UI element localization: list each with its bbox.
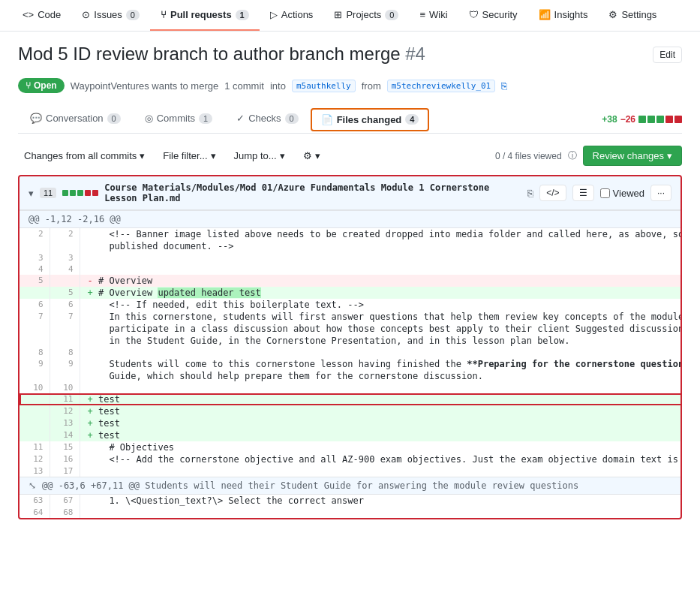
chevron-down-icon-3: ▾: [280, 150, 285, 161]
stat-block-add2: [647, 116, 655, 123]
actions-icon: ▷: [270, 9, 278, 20]
stat-block-add3: [656, 116, 664, 123]
viewed-checkbox-label[interactable]: Viewed: [600, 188, 644, 199]
insights-icon: 📶: [539, 9, 551, 20]
diff-row: 11 15 # Objectives: [20, 441, 680, 453]
edit-button[interactable]: Edit: [653, 47, 682, 63]
nav-projects[interactable]: ⊞ Projects 0: [323, 0, 409, 31]
diff-content: @@ -1,12 -2,16 @@ 2 2 <!-- Banner image …: [20, 210, 680, 518]
pr-title: Mod 5 ID review branch to author branch …: [18, 44, 425, 65]
del-block-2: [92, 190, 98, 196]
diff-row: 12 16 <!-- Add the cornerstone objective…: [20, 453, 680, 465]
diff-table-2: 63 67 1. \<Question_text?\> Select the c…: [20, 495, 680, 518]
stat-block-add1: [638, 116, 646, 123]
file-action-buttons: </> ☰ Viewed ···: [539, 185, 671, 201]
target-branch[interactable]: m5authkelly: [292, 80, 356, 92]
page-content: Mod 5 ID review branch to author branch …: [0, 32, 700, 543]
info-icon: ⓘ: [568, 149, 577, 162]
diff-row-deleted: 5 - # Overview: [20, 275, 680, 287]
diff-row: 3 3: [20, 252, 680, 263]
file-header: ▾ 11 Course Materials/Modules/Mod 01/Azu…: [20, 176, 680, 210]
diff-toolbar: Changes from all commits ▾ File filter..…: [18, 146, 682, 166]
conversation-icon: 💬: [30, 113, 42, 124]
diff-hunk-header-1: @@ -1,12 -2,16 @@: [20, 210, 680, 228]
checks-icon: ✓: [236, 113, 245, 124]
more-options-button[interactable]: ···: [650, 185, 671, 201]
add-block-3: [77, 190, 83, 196]
nav-security[interactable]: 🛡 Security: [458, 0, 528, 31]
diff-row: 10 10: [20, 382, 680, 393]
pr-icon: ⑂: [161, 9, 167, 20]
diff-row: published document. -->: [20, 240, 680, 252]
diff-row-added-12: 12 + test: [20, 405, 680, 417]
nav-code[interactable]: <> Code: [12, 0, 71, 31]
copy-path-icon[interactable]: ⎘: [527, 188, 533, 199]
diff-row: 63 67 1. \<Question_text?\> Select the c…: [20, 495, 680, 507]
top-navigation: <> Code ⊙ Issues 0 ⑂ Pull requests 1 ▷ A…: [0, 0, 700, 32]
chevron-down-icon-5: ▾: [667, 150, 672, 161]
diff-row-added-14: 14 + test: [20, 429, 680, 441]
file-diff-section: ▾ 11 Course Materials/Modules/Mod 01/Azu…: [18, 175, 682, 519]
diff-row: 8 8: [20, 347, 680, 358]
nav-issues[interactable]: ⊙ Issues 0: [71, 0, 150, 31]
diff-row: 2 2 <!-- Banner image listed above needs…: [20, 228, 680, 240]
diff-row: Guide, which should help prepare them fo…: [20, 370, 680, 382]
diff-stats: +38 −26: [602, 114, 682, 125]
nav-actions[interactable]: ▷ Actions: [260, 0, 324, 31]
files-changed-icon: 📄: [321, 114, 333, 125]
stat-block-del1: [665, 116, 673, 123]
diff-row-added-13: 13 + test: [20, 417, 680, 429]
tab-commits[interactable]: ◎ Commits 1: [133, 105, 224, 133]
line-count-badge: 11: [40, 188, 56, 198]
diff-row: in the Student Guide, in the Cornerstone…: [20, 335, 680, 347]
projects-icon: ⊞: [334, 9, 342, 20]
expand-icon[interactable]: ▾: [29, 188, 34, 199]
tab-conversation[interactable]: 💬 Conversation 0: [18, 105, 133, 133]
diff-row: 13 17: [20, 465, 680, 477]
diff-row: 6 6 <!-- If needed, edit this boilerplat…: [20, 299, 680, 311]
add-block-2: [70, 190, 76, 196]
code-icon: <>: [23, 9, 34, 20]
diff-row: participate in a class discussion about …: [20, 323, 680, 335]
chevron-down-icon: ▾: [140, 150, 145, 161]
wiki-icon: ≡: [419, 9, 425, 20]
file-path: Course Materials/Modules/Mod 01/Azure Fu…: [104, 182, 521, 203]
code-view-button[interactable]: </>: [539, 185, 566, 201]
stat-block-del2: [674, 116, 682, 123]
changes-from-filter[interactable]: Changes from all commits ▾: [18, 147, 151, 164]
diff-row: 9 9 Students will come to this cornersto…: [20, 358, 680, 370]
pr-open-icon: ⑂: [26, 80, 31, 91]
settings-icon: ⚙: [608, 9, 617, 20]
diff-table: 2 2 <!-- Banner image listed above needs…: [20, 228, 680, 477]
sub-tabs: 💬 Conversation 0 ◎ Commits 1 ✓ Checks 0 …: [18, 105, 682, 134]
jump-to[interactable]: Jump to... ▾: [228, 147, 291, 164]
nav-wiki[interactable]: ≡ Wiki: [409, 0, 458, 31]
tab-files-changed[interactable]: 📄 Files changed 4: [311, 108, 430, 131]
pr-meta: ⑂ Open WaypointVentures wants to merge 1…: [18, 78, 682, 93]
security-icon: 🛡: [469, 9, 479, 20]
diff-row: 7 7 In this cornerstone, students will f…: [20, 311, 680, 323]
chevron-down-icon-4: ▾: [315, 150, 320, 161]
issues-icon: ⊙: [82, 9, 90, 20]
gear-icon: ⚙: [303, 150, 312, 161]
file-diff-blocks: [62, 190, 98, 196]
diff-hunk-header-2: ⤡ @@ -63,6 +67,11 @@ Students will need …: [20, 477, 680, 495]
nav-settings[interactable]: ⚙ Settings: [598, 0, 667, 31]
diff-row: 64 68: [20, 507, 680, 518]
pr-status-badge: ⑂ Open: [18, 78, 65, 93]
tab-checks[interactable]: ✓ Checks 0: [224, 105, 310, 133]
source-branch[interactable]: m5techreviewkelly_01: [387, 80, 495, 92]
del-block-1: [85, 190, 91, 196]
commits-icon: ◎: [145, 113, 153, 124]
viewed-checkbox[interactable]: [600, 188, 610, 198]
diff-settings[interactable]: ⚙ ▾: [297, 147, 326, 164]
files-viewed-counter: 0 / 4 files viewed ⓘ: [495, 149, 577, 162]
hunk-expand-icon[interactable]: ⤡: [29, 480, 36, 491]
file-filter[interactable]: File filter... ▾: [157, 147, 221, 164]
copy-branch-icon[interactable]: ⎘: [501, 80, 507, 92]
review-changes-button[interactable]: Review changes ▾: [583, 146, 682, 166]
diff-row: 4 4: [20, 263, 680, 275]
file-view-button[interactable]: ☰: [572, 185, 594, 201]
nav-pull-requests[interactable]: ⑂ Pull requests 1: [150, 0, 260, 31]
nav-insights[interactable]: 📶 Insights: [528, 0, 599, 31]
